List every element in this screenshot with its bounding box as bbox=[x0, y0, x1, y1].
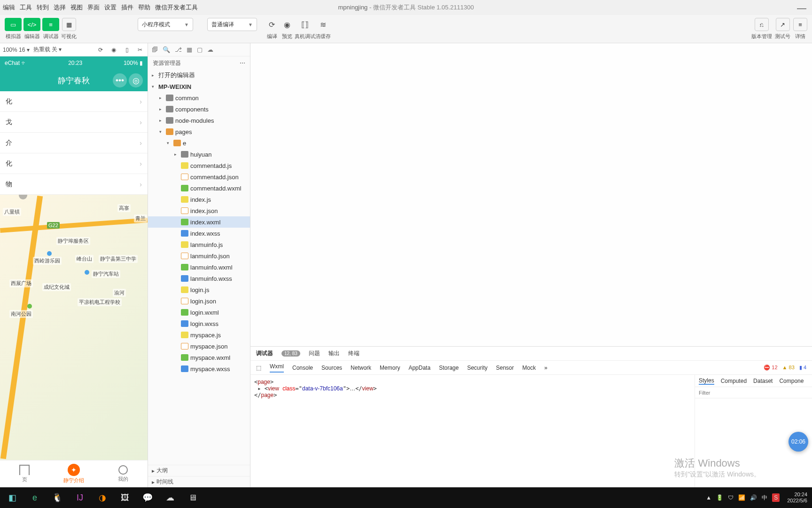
branch-icon[interactable]: ⎇ bbox=[175, 46, 182, 53]
devtool-tab[interactable]: Security bbox=[467, 365, 487, 371]
code-editor[interactable] bbox=[250, 43, 812, 346]
output-tab[interactable]: 输出 bbox=[328, 349, 340, 357]
inspect-icon[interactable]: ⬚ bbox=[256, 365, 261, 371]
menu-item[interactable]: 微信开发者工具 bbox=[155, 3, 198, 12]
simulator-button[interactable]: ▭ bbox=[5, 18, 22, 31]
menu-item[interactable]: 工具 bbox=[20, 3, 32, 12]
tree-folder[interactable]: ▾e bbox=[148, 137, 250, 149]
problems-tab[interactable]: 问题 bbox=[309, 349, 320, 357]
tree-file[interactable]: commentadd.wxml bbox=[148, 183, 250, 194]
scale-dropdown[interactable]: 100% 16 ▾ bbox=[3, 47, 30, 53]
tree-root[interactable]: ▾MP-WEIXIN bbox=[148, 81, 250, 92]
styles-tab[interactable]: Computed bbox=[721, 378, 747, 384]
remote-debug-button[interactable]: ⟦⟧ bbox=[297, 18, 312, 31]
tree-folder[interactable]: ▾pages bbox=[148, 126, 250, 137]
list-item[interactable]: 化› bbox=[0, 153, 148, 174]
menu-item[interactable]: 界面 bbox=[87, 3, 100, 12]
ime-indicator[interactable]: 中 bbox=[762, 494, 767, 502]
reload-dropdown[interactable]: 热重载 关 ▾ bbox=[33, 46, 62, 54]
tree-file[interactable]: lanmuinfo.wxml bbox=[148, 262, 250, 273]
tree-file[interactable]: commentadd.json bbox=[148, 171, 250, 183]
detail-button[interactable]: ≡ bbox=[793, 18, 807, 31]
editor-button[interactable]: </> bbox=[23, 18, 40, 31]
menu-item[interactable]: 设置 bbox=[104, 3, 117, 12]
devtool-tab[interactable]: Console bbox=[292, 365, 313, 371]
tree-section[interactable]: ▸打开的编辑器 bbox=[148, 70, 250, 81]
wxml-pane[interactable]: <page> ▸ <view class="data-v-7bfc106a">…… bbox=[250, 375, 695, 487]
target-icon[interactable]: ◎ bbox=[129, 73, 143, 87]
styles-tab[interactable]: Styles bbox=[699, 377, 714, 385]
cloud-icon[interactable]: ☁ bbox=[207, 46, 213, 53]
devtool-tab[interactable]: Sources bbox=[321, 365, 342, 371]
taskbar-app[interactable]: ☁ bbox=[160, 489, 180, 506]
more-tabs-icon[interactable]: » bbox=[544, 365, 547, 371]
taskbar-app[interactable]: e bbox=[24, 489, 45, 506]
tree-folder[interactable]: ▸components bbox=[148, 103, 250, 115]
menu-item[interactable]: 转到 bbox=[37, 3, 49, 12]
taskbar-app[interactable]: IJ bbox=[70, 489, 90, 506]
menu-item[interactable]: 视图 bbox=[70, 3, 83, 12]
taskbar-app[interactable]: 🐧 bbox=[47, 489, 68, 506]
tray-icon[interactable]: 🛡 bbox=[728, 494, 734, 501]
tree-file[interactable]: myspace.wxss bbox=[148, 363, 250, 374]
tab-intro[interactable]: ✦静宁介绍 bbox=[49, 460, 99, 487]
tray-icon[interactable]: S bbox=[772, 493, 780, 502]
tree-file[interactable]: index.wxss bbox=[148, 228, 250, 239]
tree-file[interactable]: lanmuinfo.wxss bbox=[148, 273, 250, 284]
taskbar-app[interactable]: 💬 bbox=[137, 489, 158, 506]
mode-dropdown[interactable]: 小程序模式▼ bbox=[138, 18, 193, 31]
tray-icon[interactable]: ▲ bbox=[706, 494, 711, 501]
box-icon[interactable]: ▢ bbox=[197, 46, 203, 53]
tree-file[interactable]: login.js bbox=[148, 284, 250, 295]
taskbar-app[interactable]: 🖼 bbox=[115, 489, 135, 506]
debugger-button[interactable]: ≡ bbox=[42, 18, 59, 31]
devtool-tab[interactable]: Sensor bbox=[496, 365, 514, 371]
tab-home[interactable]: 页 bbox=[0, 460, 49, 487]
ext-icon[interactable]: ▦ bbox=[187, 46, 192, 53]
tree-file[interactable]: myspace.js bbox=[148, 329, 250, 341]
devtool-tab[interactable]: AppData bbox=[408, 365, 430, 371]
tree-file[interactable]: login.wxss bbox=[148, 318, 250, 329]
compile-dropdown[interactable]: 普通编译▼ bbox=[207, 18, 257, 31]
map-view[interactable]: 高寨 青兰 八里镇 G22 静宁埠服务区 西岭游乐园 峰台山 静宁县第三中学 静… bbox=[0, 195, 148, 460]
error-count[interactable]: ⛔ 12 bbox=[764, 365, 777, 371]
tray-icon[interactable]: 🔊 bbox=[750, 494, 757, 501]
taskbar-app[interactable]: ◑ bbox=[92, 489, 113, 506]
visual-button[interactable]: ▦ bbox=[62, 18, 76, 31]
cut-icon[interactable]: ✂ bbox=[135, 47, 145, 53]
warn-count[interactable]: ▲ 83 bbox=[782, 365, 795, 371]
record-bubble[interactable]: 02:06 bbox=[789, 432, 808, 452]
devtool-tab[interactable]: Mock bbox=[523, 365, 536, 371]
tree-file[interactable]: myspace.json bbox=[148, 341, 250, 352]
files-icon[interactable]: 🗐 bbox=[152, 46, 158, 53]
devtool-tab[interactable]: Memory bbox=[380, 365, 400, 371]
menu-item[interactable]: 帮助 bbox=[138, 3, 150, 12]
devtool-tab[interactable]: Storage bbox=[439, 365, 459, 371]
tree-file[interactable]: index.json bbox=[148, 205, 250, 216]
terminal-tab[interactable]: 终端 bbox=[348, 349, 359, 357]
tree-file[interactable]: commentadd.js bbox=[148, 160, 250, 171]
tree-file[interactable]: lanmuinfo.js bbox=[148, 239, 250, 250]
styles-tab[interactable]: Compone bbox=[779, 378, 804, 384]
info-count[interactable]: ▮ 4 bbox=[799, 365, 806, 371]
testno-button[interactable]: ↗ bbox=[776, 18, 790, 31]
debugger-tab[interactable]: 调试器 bbox=[256, 349, 273, 357]
more-icon[interactable]: ••• bbox=[113, 73, 127, 87]
tray-icon[interactable]: 🔋 bbox=[716, 494, 723, 501]
menu-item[interactable]: 插件 bbox=[121, 3, 133, 12]
device-icon[interactable]: ▯ bbox=[122, 47, 132, 53]
clear-cache-button[interactable]: ≋ bbox=[315, 18, 330, 31]
list-item[interactable]: 戈› bbox=[0, 112, 148, 133]
tree-file[interactable]: login.json bbox=[148, 295, 250, 307]
taskbar-app[interactable]: ◧ bbox=[2, 489, 23, 506]
record-icon[interactable]: ◉ bbox=[109, 47, 118, 53]
menu-item[interactable]: 编辑 bbox=[3, 3, 15, 12]
devtool-tab[interactable]: Wxml bbox=[270, 363, 284, 373]
taskbar-clock[interactable]: 20:242022/5/6 bbox=[784, 492, 810, 504]
taskbar-app[interactable]: 🖥 bbox=[182, 489, 203, 506]
tree-folder[interactable]: ▸node-modules bbox=[148, 115, 250, 126]
tray-icon[interactable]: 📶 bbox=[738, 494, 745, 501]
refresh-icon[interactable]: ⟳ bbox=[96, 47, 105, 53]
filter-input[interactable] bbox=[695, 387, 812, 398]
tree-section[interactable]: ▸大纲 bbox=[148, 465, 250, 476]
